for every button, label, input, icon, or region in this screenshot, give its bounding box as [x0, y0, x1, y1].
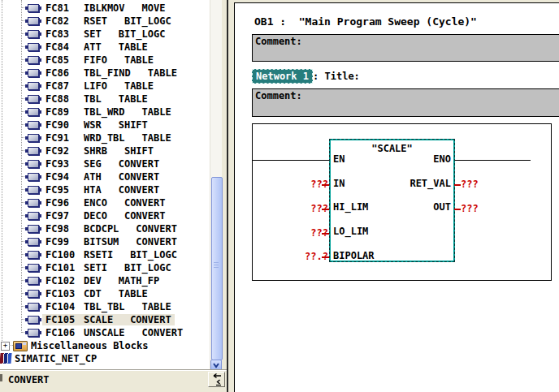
block-symbol: ATT — [84, 41, 102, 53]
function-block-icon — [28, 17, 39, 25]
block-number: FC89 — [46, 106, 84, 118]
operand-out[interactable]: ??? — [461, 204, 509, 213]
tree-item-fc103[interactable]: FC103CDTTABLE — [0, 287, 208, 300]
tree-item-fc85[interactable]: FC85FIFOTABLE — [0, 54, 208, 67]
block-symbol: DECO — [84, 210, 107, 222]
pin-hi-lim: HI_LIM — [333, 202, 368, 212]
block-number: FC106 — [46, 327, 84, 338]
operand-wire — [322, 256, 329, 258]
tree-item-fc101[interactable]: FC101SETIBIT_LOGC — [0, 261, 208, 274]
function-block-icon — [28, 329, 39, 337]
function-block-icon — [28, 238, 39, 246]
function-block-icon — [28, 199, 39, 207]
block-number: FC87 — [46, 80, 84, 92]
scrollbar-thumb[interactable] — [211, 177, 223, 360]
power-rail-wire — [253, 160, 330, 161]
tree-item-fc86[interactable]: FC86TBL_FINDTABLE — [0, 67, 208, 80]
tree-item-fc102[interactable]: FC102DEVMATH_FP — [0, 274, 208, 287]
block-symbol: HTA — [84, 184, 102, 196]
tree-item-fc89[interactable]: FC89TBL_WRDTABLE — [0, 106, 208, 118]
operand-wire — [454, 184, 461, 186]
tree-item-fc104[interactable]: FC104TBL_TBLTABLE — [0, 300, 208, 313]
tree-scrollbar[interactable] — [210, 0, 222, 371]
block-symbol: FIFO — [84, 54, 107, 66]
block-family: TABLE — [124, 54, 154, 66]
tree-item-fc87[interactable]: FC87LIFOTABLE — [0, 80, 208, 93]
function-block-icon — [28, 4, 39, 12]
block-family: CONVERT — [119, 184, 160, 196]
tree-item-fc92[interactable]: FC92SHRBSHIFT — [0, 144, 208, 157]
block-symbol: SET — [84, 28, 102, 40]
operand-bipolar[interactable]: ??.? — [277, 252, 328, 261]
pin-eno: ENO — [433, 154, 451, 164]
tree-item-fc88[interactable]: FC88TBLTABLE — [0, 93, 208, 106]
function-block-icon — [28, 95, 39, 103]
block-number: FC101 — [46, 262, 84, 274]
block-family: BIT_LOGC — [130, 249, 177, 261]
block-number: FC81 — [46, 2, 84, 14]
block-family: BIT_LOGC — [124, 15, 171, 27]
function-block-icon — [28, 121, 39, 129]
network-title-suffix[interactable]: : Title: — [313, 71, 360, 82]
pane-splitter[interactable] — [227, 0, 228, 392]
operand-wire — [322, 209, 329, 210]
tree-item-fc106[interactable]: FC106UNSCALECONVERT — [0, 326, 208, 339]
tree-item-fc96[interactable]: FC96ENCOCONVERT — [0, 196, 208, 209]
block-family: TABLE — [142, 132, 171, 144]
tree-item-text: FC84ATTTABLE — [42, 41, 151, 53]
block-symbol: TBL_WRD — [84, 106, 125, 118]
function-block-icon — [28, 108, 39, 116]
tree-item-text: FC83SETBIT_LOGC — [42, 28, 168, 40]
step7-lad-editor-window: FC81IBLKMOVMOVEFC82RSETBIT_LOGCFC83SETBI… — [0, 0, 559, 392]
tree-item-text: FC104TBL_TBLTABLE — [42, 301, 175, 312]
tree-item-simatic-net-cp[interactable]: SIMATIC_NET_CP — [0, 352, 208, 365]
block-comment-box[interactable]: Comment: — [252, 34, 559, 62]
block-header-title: OB1 : "Main Program Sweep (Cycle)" — [254, 15, 477, 28]
operand-in[interactable]: ??? — [277, 179, 328, 189]
tree-item-fc91[interactable]: FC91WRD_TBLTABLE — [0, 131, 208, 144]
block-tree[interactable]: FC81IBLKMOVMOVEFC82RSETBIT_LOGCFC83SETBI… — [0, 0, 210, 369]
network-comment-box[interactable]: Comment: — [252, 88, 559, 117]
block-family: SHIFT — [119, 119, 148, 131]
expand-plus-icon[interactable]: + — [1, 342, 10, 351]
tree-item-fc81[interactable]: FC81IBLKMOVMOVE — [0, 2, 208, 15]
tree-status-bar: CONVERT — [0, 371, 227, 392]
function-block-icon — [28, 251, 39, 259]
operand-ret-val[interactable]: ??? — [461, 179, 509, 189]
operand-hi-lim[interactable]: ??? — [277, 204, 328, 213]
tree-item-fc82[interactable]: FC82RSETBIT_LOGC — [0, 15, 208, 28]
tree-item-fc93[interactable]: FC93SEGCONVERT — [0, 157, 208, 170]
block-family: TABLE — [119, 288, 148, 299]
status-family-text: CONVERT — [8, 374, 50, 386]
block-number: FC98 — [46, 223, 84, 235]
block-family: TABLE — [142, 301, 171, 312]
tree-item-text: FC100RSETIBIT_LOGC — [42, 249, 180, 261]
scale-fb-block-selected[interactable]: "SCALE" EN IN HI_LIM LO_LIM BIPOLAR ENO … — [329, 139, 455, 262]
tree-item-fc83[interactable]: FC83SETBIT_LOGC — [0, 28, 208, 41]
tree-item-fc99[interactable]: FC99BITSUMCONVERT — [0, 235, 208, 248]
network-title-row: Network 1: Title: — [252, 69, 360, 82]
overview-toggle-button[interactable] — [208, 372, 225, 387]
block-number: FC88 — [46, 93, 84, 105]
block-family: TABLE — [119, 41, 148, 53]
tree-item-fc84[interactable]: FC84ATTTABLE — [0, 41, 208, 54]
tree-item-fc95[interactable]: FC95HTACONVERT — [0, 183, 208, 196]
tree-item-fc97[interactable]: FC97DECOCONVERT — [0, 209, 208, 222]
pin-out: OUT — [433, 202, 451, 212]
network-canvas[interactable]: "SCALE" EN IN HI_LIM LO_LIM BIPOLAR ENO … — [252, 123, 552, 281]
tree-item-fc98[interactable]: FC98BCDCPLCONVERT — [0, 222, 208, 235]
block-symbol: WSR — [84, 119, 102, 131]
tree-item-miscellaneous-blocks[interactable]: +Miscellaneous Blocks — [0, 339, 208, 352]
block-family: MOVE — [142, 2, 166, 14]
program-editor-pane: OB1 : "Main Program Sweep (Cycle)" Comme… — [234, 2, 559, 392]
tree-item-fc94[interactable]: FC94ATHCONVERT — [0, 170, 208, 183]
block-family: SHIFT — [124, 145, 154, 157]
tree-item-fc100[interactable]: FC100RSETIBIT_LOGC — [0, 248, 208, 261]
tree-item-fc90[interactable]: FC90WSRSHIFT — [0, 118, 208, 131]
pin-in: IN — [333, 179, 344, 188]
tree-item-fc105[interactable]: FC105SCALECONVERT — [0, 313, 208, 326]
operand-lo-lim[interactable]: ??? — [277, 228, 328, 238]
block-number: FC90 — [46, 119, 84, 131]
block-folder-icon — [13, 341, 28, 351]
network-label-selected[interactable]: Network 1 — [252, 69, 313, 84]
